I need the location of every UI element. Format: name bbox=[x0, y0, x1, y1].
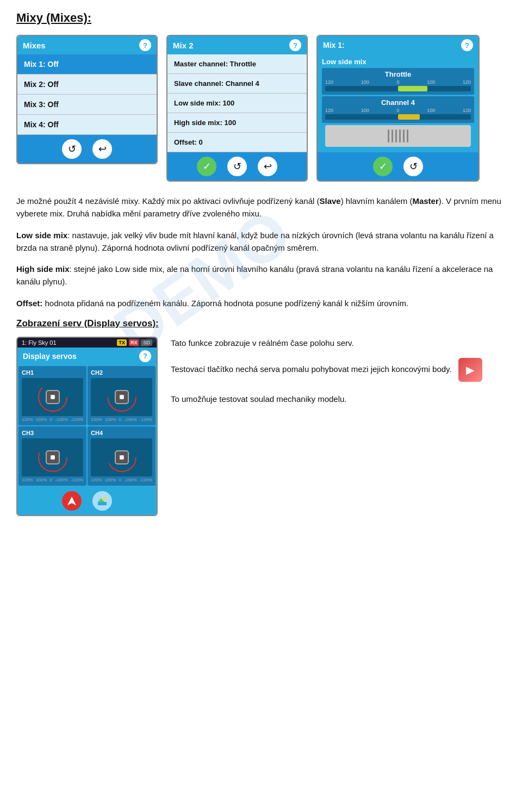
svg-point-19 bbox=[103, 497, 107, 500]
screen1-title: Mixes bbox=[23, 41, 46, 50]
slave-channel-item[interactable]: Slave channel: Channel 4 bbox=[167, 74, 307, 94]
screen-mix1-detail: Mix 1: ? Low side mix Throttle 120100010… bbox=[316, 35, 480, 182]
screen2-reset-btn[interactable]: ↺ bbox=[227, 157, 247, 176]
screen2-back-btn[interactable]: ↩ bbox=[258, 157, 277, 176]
screen3-header: Mix 1: ? bbox=[318, 36, 478, 54]
mix3-item[interactable]: Mix 3: Off bbox=[17, 95, 157, 115]
slider-line-3 bbox=[395, 129, 397, 142]
page-title: Mixy (Mixes): bbox=[16, 11, 506, 25]
screen2-help-button[interactable]: ? bbox=[289, 39, 301, 51]
throttle-channel-name: Throttle bbox=[325, 70, 471, 78]
high-side-mix-term: High side mix bbox=[16, 264, 70, 274]
screen3-title: Mix 1: bbox=[323, 41, 345, 49]
slave-term: Slave bbox=[319, 196, 340, 206]
channel4-bar-fill bbox=[398, 114, 420, 120]
tx-badge: TX bbox=[117, 339, 127, 346]
ch1-scale: 120%100%0-100%-120% bbox=[22, 417, 83, 422]
landscape-icon bbox=[97, 495, 108, 506]
master-term: Master bbox=[412, 196, 438, 206]
ch3-servo-svg: ✕ bbox=[36, 441, 69, 474]
screen2-header: Mix 2 ? bbox=[167, 36, 307, 54]
low-side-mix-item[interactable]: Low side mix: 100 bbox=[167, 94, 307, 113]
svg-point-7 bbox=[120, 395, 124, 399]
screen1-header: Mixes ? bbox=[17, 36, 157, 54]
ch3-label: CH3 bbox=[22, 430, 83, 436]
throttle-bar-wrap: Throttle 1201000100120 bbox=[322, 68, 474, 95]
body-para-1: Je možné použít 4 nezávislé mixy. Každý … bbox=[16, 195, 506, 220]
ch2-scale: 120%100%0-100%-120% bbox=[91, 417, 152, 422]
ch4-visual: ✕ bbox=[91, 438, 152, 476]
mix1-item[interactable]: Mix 1: Off bbox=[17, 54, 157, 75]
slider-line-2 bbox=[391, 129, 393, 142]
mix2-item[interactable]: Mix 2: Off bbox=[17, 75, 157, 95]
ch4-scale: 120%100%0-100%-120% bbox=[91, 478, 152, 482]
rx-badge: RX bbox=[129, 339, 139, 346]
svg-rect-17 bbox=[98, 502, 107, 505]
channel4-scale: 1201000100120 bbox=[325, 108, 471, 113]
channel4-name: Channel 4 bbox=[325, 98, 471, 107]
servo-ch2-cell: CH2 ✕ 120%100%0-100%-120% bbox=[88, 366, 156, 425]
sd-icon: SD bbox=[141, 339, 152, 346]
throttle-bar-fill bbox=[398, 86, 427, 91]
throttle-scale: 1201000100120 bbox=[325, 79, 471, 85]
channel4-bar-wrap: Channel 4 1201000100120 bbox=[322, 96, 474, 123]
screen2-footer: ✓ ↺ ↩ bbox=[167, 152, 307, 181]
servo-status-bar: 1: Fly Sky 01 TX RX SD bbox=[17, 338, 157, 348]
servo-text-2: Testovací tlačítko nechá serva pomalu po… bbox=[171, 358, 506, 382]
ch3-visual: ✕ bbox=[22, 438, 83, 476]
servo-grid: CH1 ✕ 120%100%0-100%-120% bbox=[17, 365, 157, 487]
throttle-bar-track bbox=[325, 86, 471, 91]
screen2-title: Mix 2 bbox=[173, 41, 194, 50]
body-para-4: Offset: hodnota přidaná na podřízeném ka… bbox=[16, 297, 506, 309]
servos-section: 1: Fly Sky 01 TX RX SD Display servos ? … bbox=[16, 337, 506, 516]
screen1-footer: ↺ ↩ bbox=[17, 135, 157, 163]
airplane-icon bbox=[66, 495, 77, 506]
channel4-bar-track bbox=[325, 114, 471, 120]
svg-point-11 bbox=[51, 455, 55, 460]
svg-marker-16 bbox=[67, 497, 76, 505]
servo-ch4-cell: CH4 ✕ 120%100%0-100%-120% bbox=[88, 426, 156, 486]
servo-ch1-cell: CH1 ✕ 120%100%0-100%-120% bbox=[18, 366, 86, 425]
ch2-servo-svg: ✕ bbox=[105, 381, 138, 413]
svg-point-3 bbox=[51, 395, 55, 399]
ch2-label: CH2 bbox=[91, 369, 152, 376]
screen3-content: Low side mix Throttle 1201000100120 Chan… bbox=[318, 54, 478, 152]
ch1-visual: ✕ bbox=[22, 378, 83, 416]
slider-line-6 bbox=[407, 129, 408, 142]
slider-line-5 bbox=[403, 129, 405, 142]
ch2-visual: ✕ bbox=[91, 378, 152, 416]
servo-test-btn[interactable] bbox=[62, 491, 82, 511]
low-side-mix-term: Low side mix bbox=[16, 231, 67, 240]
servo-screen-header: Display servos ? bbox=[17, 348, 157, 365]
svg-point-15 bbox=[120, 455, 124, 460]
ch1-servo-svg: ✕ bbox=[36, 381, 69, 413]
screen1-reset-btn[interactable]: ↺ bbox=[62, 139, 82, 159]
servo-help-button[interactable]: ? bbox=[139, 350, 151, 362]
screen1-back-btn[interactable]: ↩ bbox=[92, 139, 112, 159]
body-para-2: Low side mix: nastavuje, jak velký vliv … bbox=[16, 229, 506, 255]
master-channel-item[interactable]: Master channel: Throttle bbox=[167, 54, 307, 74]
offset-item[interactable]: Offset: 0 bbox=[167, 133, 307, 152]
mix4-item[interactable]: Mix 4: Off bbox=[17, 115, 157, 135]
screen3-help-button[interactable]: ? bbox=[461, 39, 473, 51]
screen3-reset-btn[interactable]: ↺ bbox=[403, 157, 423, 176]
servos-text-column: Tato funkce zobrazuje v reálném čase pol… bbox=[171, 337, 506, 414]
tx-rx-badges: TX RX SD bbox=[117, 339, 152, 346]
servo-text-1: Tato funkce zobrazuje v reálném čase pol… bbox=[171, 337, 506, 349]
screen2-confirm-btn[interactable]: ✓ bbox=[197, 157, 216, 176]
screen3-slider[interactable] bbox=[325, 125, 471, 147]
slider-lines bbox=[388, 129, 408, 142]
test-icon bbox=[458, 358, 482, 382]
servo-scene-btn[interactable] bbox=[92, 491, 112, 511]
servo-ch3-cell: CH3 ✕ 120%100%0-100%-120% bbox=[18, 426, 86, 486]
screen1-help-button[interactable]: ? bbox=[139, 39, 151, 51]
servo-phone-screen: 1: Fly Sky 01 TX RX SD Display servos ? … bbox=[16, 337, 158, 516]
screen-mixes: Mixes ? Mix 1: Off Mix 2: Off Mix 3: Off… bbox=[16, 35, 158, 164]
high-side-mix-item[interactable]: High side mix: 100 bbox=[167, 113, 307, 133]
screen-mix2: Mix 2 ? Master channel: Throttle Slave c… bbox=[166, 35, 308, 182]
screen3-confirm-btn[interactable]: ✓ bbox=[373, 157, 393, 176]
servo-header-title: Display servos bbox=[23, 352, 77, 361]
ch4-label: CH4 bbox=[91, 430, 152, 436]
slider-line-4 bbox=[399, 129, 401, 142]
servo-footer bbox=[17, 487, 157, 515]
